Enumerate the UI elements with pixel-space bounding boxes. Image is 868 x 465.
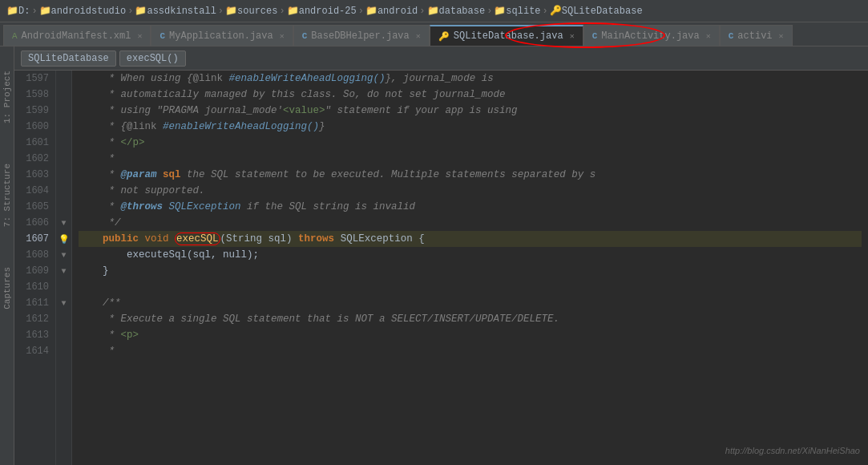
gutter-1614 — [56, 343, 71, 359]
code-area: 1597 1598 1599 1600 1601 1602 1603 1604 … — [14, 71, 868, 465]
breadcrumb-android: android — [377, 6, 418, 17]
breadcrumb-androidstudio: androidstudio — [51, 6, 127, 17]
tab-sqlitedatabase[interactable]: 🔑 SQLiteDatabase.java ✕ — [430, 25, 583, 46]
line-num-1612: 1612 — [21, 311, 49, 327]
tab-androidmanifest[interactable]: A AndroidManifest.xml ✕ — [3, 25, 151, 46]
tab-icon-sqlitedatabase: 🔑 — [438, 31, 450, 42]
tab-label-mainactivity: MainActivity.java — [601, 30, 699, 42]
folder-icon-4: 📁 — [287, 5, 299, 17]
tab-close-mainactivity[interactable]: ✕ — [706, 31, 711, 41]
code-line-1602: * — [79, 151, 862, 167]
tab-close-basedbhelper[interactable]: ✕ — [416, 31, 421, 41]
gutter-1609: ▼ — [56, 263, 71, 279]
watermark: http://blog.csdn.net/XiNanHeiShao — [725, 446, 860, 455]
structure-class[interactable]: SQLiteDatabase — [21, 51, 116, 67]
tab-label-androidmanifest: AndroidManifest.xml — [22, 30, 131, 42]
code-line-1612: * Execute a single SQL statement that is… — [79, 311, 862, 327]
tab-basedbhelper[interactable]: C BaseDBHelper.java ✕ — [293, 25, 430, 46]
gutter-1607: 💡 — [56, 231, 71, 247]
tab-mainactivity[interactable]: C MainActivity.java ✕ — [583, 25, 720, 46]
fold-icon-1606[interactable]: ▼ — [61, 219, 66, 228]
code-line-1613: * <p> — [79, 327, 862, 343]
gutter-1601 — [56, 135, 71, 151]
line-num-1599: 1599 — [21, 103, 49, 119]
breadcrumb-assdkinstall: assdkinstall — [147, 6, 216, 17]
fold-icon-1608[interactable]: ▼ — [61, 251, 66, 260]
tab-icon-activi: C — [729, 31, 734, 41]
folder-icon-3: 📁 — [225, 5, 237, 17]
code-content: * When using {@link #enableWriteAheadLog… — [72, 71, 868, 465]
code-line-1603: * @param sql the SQL statement to be exe… — [79, 167, 862, 183]
breadcrumb-sqlitedatabase: SQLiteDatabase — [562, 6, 643, 17]
tab-icon-basedbhelper: C — [302, 31, 308, 41]
gutter-1602 — [56, 151, 71, 167]
structure-method[interactable]: execSQL() — [119, 51, 186, 67]
sidebar-item-structure[interactable]: 7: Structure — [2, 164, 12, 227]
code-line-1604: * not supported. — [79, 183, 862, 199]
root-icon: 📁 — [6, 5, 18, 17]
folder-icon-5: 📁 — [365, 5, 377, 17]
tab-label-sqlitedatabase: SQLiteDatabase.java — [454, 30, 563, 42]
line-num-1602: 1602 — [21, 151, 49, 167]
breadcrumb-sqlite: sqlite — [506, 6, 540, 17]
tab-icon-androidmanifest: A — [12, 31, 18, 41]
bulb-icon-1607[interactable]: 💡 — [59, 234, 70, 245]
line-num-1604: 1604 — [21, 183, 49, 199]
folder-icon-6: 📁 — [427, 5, 439, 17]
gutter-1603 — [56, 167, 71, 183]
gutter-1610 — [56, 279, 71, 295]
tab-icon-mainactivity: C — [592, 31, 598, 41]
tab-close-androidmanifest[interactable]: ✕ — [137, 31, 142, 41]
sidebar-item-project[interactable]: 1: Project — [2, 71, 12, 123]
fold-icon-1611[interactable]: ▼ — [61, 299, 66, 308]
side-panel: 1: Project 7: Structure Captures — [0, 46, 14, 465]
folder-icon-2: 📁 — [135, 5, 147, 17]
gutter-1600 — [56, 119, 71, 135]
tabs-bar: A AndroidManifest.xml ✕ C MyApplication.… — [0, 22, 868, 46]
fold-icon-1609[interactable]: ▼ — [61, 267, 66, 276]
code-line-1599: * using "PRAGMA journal_mode'<value>" st… — [79, 103, 862, 119]
tab-myapplication[interactable]: C MyApplication.java ✕ — [151, 25, 293, 46]
gutter-1608: ▼ — [56, 247, 71, 263]
line-num-1605: 1605 — [21, 199, 49, 215]
code-line-1601: * </p> — [79, 135, 862, 151]
code-line-1614: * — [79, 343, 862, 359]
code-line-1610 — [79, 279, 862, 295]
line-num-1607: 1607 — [21, 231, 49, 247]
gutter-1613 — [56, 327, 71, 343]
gutter-1597 — [56, 71, 71, 87]
gutter-1612 — [56, 311, 71, 327]
breadcrumb: D: › 📁 androidstudio › 📁 assdkinstall › … — [18, 5, 643, 17]
tab-close-myapplication[interactable]: ✕ — [280, 31, 285, 41]
gutter-1606: ▼ — [56, 215, 71, 231]
gutter-1598 — [56, 87, 71, 103]
breadcrumb-d: D: — [18, 6, 30, 17]
code-line-1606: */ — [79, 215, 862, 231]
line-num-1606: 1606 — [21, 215, 49, 231]
code-line-1607: public void execSQL(String sql) throws S… — [79, 231, 862, 247]
tab-icon-myapplication: C — [159, 31, 165, 41]
title-bar: 📁 D: › 📁 androidstudio › 📁 assdkinstall … — [0, 0, 868, 22]
line-num-1611: 1611 — [21, 295, 49, 311]
gutter-1605 — [56, 199, 71, 215]
line-num-1613: 1613 — [21, 327, 49, 343]
code-line-1608: executeSql(sql, null); — [79, 247, 862, 263]
code-line-1609: } — [79, 263, 862, 279]
gutter: ▼ 💡 ▼ ▼ ▼ — [56, 71, 72, 465]
gutter-1599 — [56, 103, 71, 119]
folder-icon-1: 📁 — [39, 5, 51, 17]
breadcrumb-sources: sources — [237, 6, 277, 17]
tab-label-activi: activi — [737, 30, 772, 42]
tab-activi[interactable]: C activi ✕ — [720, 25, 793, 46]
tab-close-sqlitedatabase[interactable]: ✕ — [570, 31, 575, 41]
line-num-1614: 1614 — [21, 343, 49, 359]
code-line-1598: * automatically managed by this class. S… — [79, 87, 862, 103]
tab-label-myapplication: MyApplication.java — [169, 30, 273, 42]
tab-label-basedbhelper: BaseDBHelper.java — [311, 30, 409, 42]
sidebar-item-captures[interactable]: Captures — [2, 267, 12, 309]
gutter-1604 — [56, 183, 71, 199]
line-num-1608: 1608 — [21, 247, 49, 263]
tab-close-activi[interactable]: ✕ — [779, 31, 784, 41]
line-num-1600: 1600 — [21, 119, 49, 135]
folder-icon-7: 📁 — [494, 5, 506, 17]
